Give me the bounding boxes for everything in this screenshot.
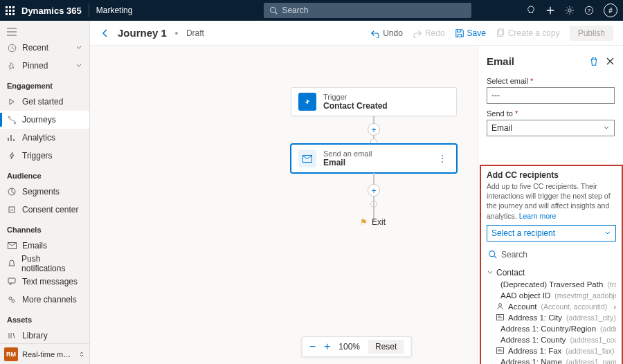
cc-option[interactable]: Account (Account, accountid)› — [487, 301, 616, 312]
app-launcher-icon[interactable] — [6, 6, 15, 15]
svg-point-13 — [12, 300, 15, 302]
svg-point-18 — [489, 251, 495, 257]
node-trigger[interactable]: TriggerContact Created — [291, 87, 457, 116]
cc-description: Add up to five CC recipients. Their inte… — [487, 181, 616, 221]
properties-panel: Email Select email --- Send to Email Add… — [478, 46, 623, 364]
cc-option[interactable]: AAD object ID (msevtmgt_aadobjectid) — [487, 290, 616, 301]
global-header: Dynamics 365 Marketing Search ? # — [0, 0, 623, 21]
main: Journey 1 Draft Undo Redo Save Create a … — [90, 21, 623, 364]
cc-learn-more-link[interactable]: Learn more — [519, 212, 557, 220]
nav-push[interactable]: Push notifications — [0, 255, 89, 273]
undo-button[interactable]: Undo — [370, 28, 403, 38]
svg-point-22 — [499, 304, 502, 307]
help-icon[interactable]: ? — [584, 6, 594, 15]
cc-option[interactable]: (Deprecated) Traversed Path (traversedpa… — [487, 279, 616, 290]
svg-text:?: ? — [588, 8, 591, 14]
avatar[interactable]: # — [604, 3, 617, 17]
delete-icon[interactable] — [589, 57, 599, 66]
sms-icon — [7, 277, 17, 286]
svg-rect-11 — [8, 278, 15, 283]
add-step-button[interactable]: + — [368, 123, 380, 136]
nav-library[interactable]: Library — [0, 327, 89, 345]
send-to-select[interactable]: Email — [487, 120, 615, 136]
nav-get-started[interactable]: Get started — [0, 93, 89, 111]
clock-icon — [7, 43, 17, 53]
sidebar: Recent Pinned Engagement Get started Jou… — [0, 21, 90, 364]
cc-option[interactable]: Address 1: Fax (address1_fax) — [487, 345, 616, 356]
lightbulb-icon[interactable] — [526, 6, 536, 15]
copy-button[interactable]: Create a copy — [496, 28, 560, 38]
trigger-icon — [298, 93, 316, 111]
cc-title: Add CC recipients — [487, 170, 616, 180]
add-step-button[interactable]: + — [368, 184, 380, 197]
nav-journeys[interactable]: Journeys — [0, 111, 89, 129]
select-email-label: Select email — [487, 77, 615, 85]
back-button[interactable] — [100, 28, 111, 39]
svg-point-12 — [9, 297, 12, 300]
gear-icon[interactable] — [565, 6, 575, 15]
zoom-level: 100% — [338, 342, 360, 352]
chevron-down-icon — [75, 44, 82, 51]
nav-text[interactable]: Text messages — [0, 273, 89, 291]
svg-line-1 — [276, 12, 278, 14]
nav-analytics[interactable]: Analytics — [0, 129, 89, 147]
node-more-icon[interactable]: ⋮ — [435, 154, 449, 163]
brand: Dynamics 365 — [21, 6, 82, 16]
search-icon — [269, 6, 278, 15]
flag-icon: ⚑ — [360, 217, 368, 227]
nav-recent[interactable]: Recent — [0, 39, 89, 57]
nav-more-channels[interactable]: More channels — [0, 291, 89, 309]
select-email-input[interactable]: --- — [487, 87, 615, 104]
svg-point-0 — [271, 8, 276, 13]
add-icon[interactable] — [545, 6, 555, 15]
command-bar: Journey 1 Draft Undo Redo Save Create a … — [90, 21, 623, 46]
save-button[interactable]: Save — [455, 28, 486, 38]
zoom-out-button[interactable]: − — [309, 340, 316, 353]
publish-button[interactable]: Publish — [570, 26, 613, 41]
plug-icon — [7, 295, 17, 304]
zoom-toolbar: − + 100% Reset — [302, 336, 412, 357]
cc-recipients-section: Add CC recipients Add up to five CC reci… — [480, 165, 623, 364]
svg-rect-9 — [9, 207, 15, 212]
redo-button[interactable]: Redo — [413, 28, 445, 38]
segments-icon — [7, 187, 17, 197]
chevron-updown-icon — [78, 351, 85, 358]
cc-option[interactable]: Address 1: County (address1_county) — [487, 334, 616, 345]
close-icon[interactable] — [606, 57, 615, 66]
cc-dropdown: Search Contact (Deprecated) Traversed Pa… — [487, 247, 616, 364]
zoom-in-button[interactable]: + — [324, 340, 330, 353]
library-icon — [7, 331, 17, 340]
nav-segments[interactable]: Segments — [0, 183, 89, 201]
bell-icon — [7, 259, 16, 269]
send-to-label: Send to — [487, 109, 615, 118]
cc-option[interactable]: Address 1: Name (address1_name) — [487, 356, 616, 364]
nav-pinned[interactable]: Pinned — [0, 57, 89, 75]
svg-line-19 — [494, 256, 496, 258]
journey-icon — [7, 115, 17, 125]
cc-recipient-select[interactable]: Select a recipient — [487, 225, 616, 242]
section-engagement: Engagement — [0, 75, 89, 93]
svg-point-2 — [568, 9, 571, 12]
area-switcher[interactable]: RM Real-time marketi... — [0, 343, 89, 364]
cc-search-input[interactable]: Search — [487, 247, 616, 262]
nav-consent-center[interactable]: Consent center — [0, 201, 89, 219]
cc-group-contact[interactable]: Contact — [487, 266, 616, 279]
canvas[interactable]: TriggerContact Created + Send an emailEm… — [90, 46, 623, 364]
nav-triggers[interactable]: Triggers — [0, 147, 89, 165]
zoom-reset-button[interactable]: Reset — [368, 340, 404, 354]
chart-icon — [7, 133, 17, 143]
panel-title: Email — [487, 55, 589, 67]
section-assets: Assets — [0, 309, 89, 327]
cc-option[interactable]: Address 1: Country/Region (address1_cou.… — [487, 323, 616, 334]
consent-icon — [7, 205, 17, 215]
search-icon — [488, 250, 497, 259]
nav-emails[interactable]: Emails — [0, 237, 89, 255]
chevron-down-icon — [75, 62, 82, 69]
play-icon — [7, 97, 17, 107]
cc-option[interactable]: Address 1: City (address1_city) — [487, 312, 616, 323]
global-search[interactable]: Search — [264, 3, 471, 18]
nav-collapse-icon[interactable] — [0, 25, 89, 39]
node-email[interactable]: Send an emailEmail ⋮ — [291, 144, 457, 173]
switcher-badge: RM — [4, 347, 18, 361]
section-channels: Channels — [0, 219, 89, 237]
